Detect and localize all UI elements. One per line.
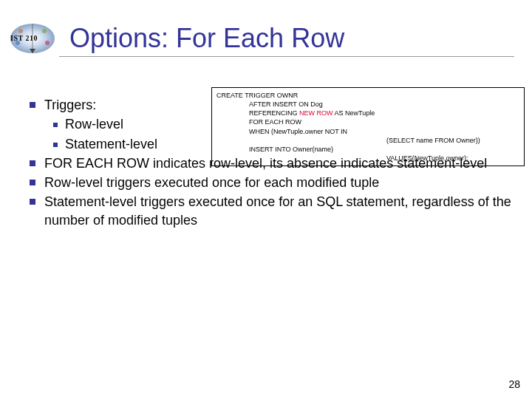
svg-point-4: [45, 41, 50, 45]
slide-header: IST 210 Options: For Each Row: [0, 16, 532, 61]
course-code: IST 210: [10, 34, 38, 42]
bullet-icon: [30, 160, 35, 166]
bullet-text: FOR EACH ROW indicates row-level, its ab…: [44, 154, 487, 172]
slide-title: Options: For Each Row: [69, 23, 344, 54]
bullet-text: Statement-level triggers executed once f…: [44, 193, 514, 229]
bullet-level1: Row-level triggers executed once for eac…: [30, 174, 514, 191]
bullet-icon: [53, 143, 58, 147]
bullet-text: Statement-level: [65, 135, 157, 153]
bullet-text: Row-level triggers executed once for eac…: [44, 174, 379, 191]
slide-number: 28: [508, 378, 520, 390]
bullet-level2: Statement-level: [53, 135, 514, 153]
bullet-level2: Row-level: [53, 115, 514, 133]
bullet-level1: Statement-level triggers executed once f…: [30, 193, 514, 229]
slide-body: Triggers: Row-level Statement-level FOR …: [30, 96, 514, 231]
bullet-text: Row-level: [65, 115, 123, 133]
title-underline: [59, 56, 514, 57]
svg-point-1: [18, 29, 23, 33]
bullet-text: Triggers:: [44, 96, 96, 114]
bullet-level1: Triggers:: [30, 96, 514, 114]
bullet-level1: FOR EACH ROW indicates row-level, its ab…: [30, 154, 514, 172]
bullet-icon: [30, 102, 35, 108]
course-logo: IST 210: [7, 21, 58, 56]
svg-point-2: [42, 29, 47, 33]
bullet-icon: [30, 180, 35, 185]
bullet-icon: [30, 199, 35, 205]
bullet-icon: [53, 123, 58, 127]
